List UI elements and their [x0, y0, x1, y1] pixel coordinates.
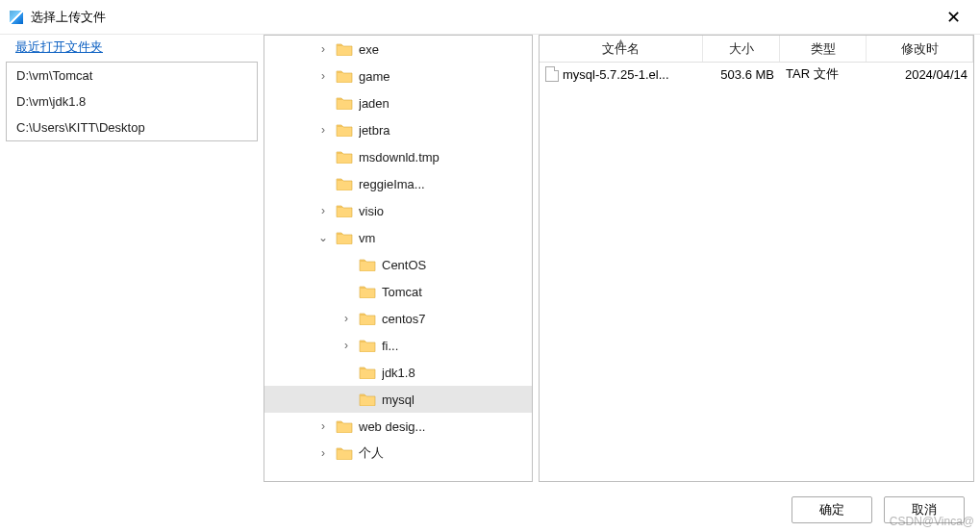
file-icon [545, 66, 559, 82]
tree-item-label: visio [359, 204, 384, 218]
dialog-footer: 确定 取消 [0, 488, 980, 532]
tree-item[interactable]: CentOS [264, 251, 532, 278]
recent-item[interactable]: D:\vm\Tomcat [7, 63, 257, 89]
chevron-right-icon[interactable]: › [339, 339, 353, 352]
tree-item-label: web desig... [359, 419, 425, 434]
folder-tree-scroll[interactable]: ›exe›gamejaden›jetbramsdownld.tmpreggieI… [264, 36, 532, 481]
file-date: 2024/04/14 [867, 67, 973, 82]
folder-icon [359, 366, 376, 379]
tree-item[interactable]: Tomcat [264, 278, 532, 305]
folder-icon [336, 231, 353, 244]
tree-item-label: vm [359, 231, 375, 245]
column-header-type[interactable]: 类型 [780, 36, 867, 62]
file-row[interactable]: mysql-5.7.25-1.el... 503.6 MB TAR 文件 202… [540, 63, 973, 86]
folder-icon [336, 204, 353, 217]
tree-item[interactable]: reggieIma... [264, 170, 532, 197]
folder-tree-panel: ›exe›gamejaden›jetbramsdownld.tmpreggieI… [264, 35, 533, 482]
tree-item[interactable]: ›centos7 [264, 305, 532, 332]
chevron-down-icon[interactable]: ⌄ [316, 231, 330, 244]
ok-button[interactable]: 确定 [792, 496, 872, 523]
chevron-right-icon[interactable]: › [316, 446, 330, 460]
recent-folders-link[interactable]: 最近打开文件夹 [6, 35, 258, 62]
tree-item-label: exe [359, 42, 379, 57]
file-size: 503.6 MB [703, 67, 780, 82]
tree-item[interactable]: msdownld.tmp [264, 143, 532, 170]
folder-icon [336, 96, 353, 110]
tree-item-label: jdk1.8 [382, 366, 415, 380]
tree-item[interactable]: ›game [264, 63, 532, 89]
app-icon [10, 11, 23, 24]
folder-icon [336, 177, 353, 190]
tree-item[interactable]: ›web desig... [264, 413, 532, 440]
tree-item[interactable]: ›个人 [264, 440, 532, 467]
chevron-right-icon[interactable]: › [316, 419, 330, 433]
tree-item-label: jaden [359, 96, 389, 111]
chevron-right-icon[interactable]: › [316, 204, 330, 217]
folder-icon [359, 258, 376, 271]
file-type: TAR 文件 [780, 65, 867, 83]
column-header-name[interactable]: ▲ 文件名 [540, 36, 703, 62]
tree-item[interactable]: ›visio [264, 197, 532, 224]
cancel-button[interactable]: 取消 [884, 496, 965, 523]
recent-item[interactable]: D:\vm\jdk1.8 [7, 89, 257, 114]
column-header-date[interactable]: 修改时 [867, 36, 973, 62]
tree-item-label: 个人 [359, 444, 384, 462]
folder-icon [359, 285, 376, 298]
folder-icon [359, 393, 376, 406]
tree-item[interactable]: mysql [264, 386, 532, 413]
tree-item[interactable]: ›exe [264, 36, 532, 63]
folder-icon [336, 419, 353, 433]
folder-icon [336, 123, 353, 137]
file-list-panel: ▲ 文件名 大小 类型 修改时 mysql-5.7.25-1.el... 503… [539, 35, 974, 482]
tree-item[interactable]: jdk1.8 [264, 359, 532, 386]
sort-asc-icon: ▲ [616, 37, 625, 46]
tree-item-label: game [359, 69, 390, 84]
folder-icon [359, 339, 376, 352]
file-name: mysql-5.7.25-1.el... [563, 67, 669, 82]
tree-item-label: Tomcat [382, 285, 422, 299]
tree-item[interactable]: ⌄vm [264, 224, 532, 251]
file-rows: mysql-5.7.25-1.el... 503.6 MB TAR 文件 202… [540, 63, 973, 481]
chevron-right-icon[interactable]: › [339, 312, 353, 325]
recent-item[interactable]: C:\Users\KITT\Desktop [7, 114, 257, 140]
tree-item[interactable]: ›jetbra [264, 116, 532, 143]
tree-item[interactable]: jaden [264, 89, 532, 116]
tree-item-label: centos7 [382, 312, 426, 326]
window-title: 选择上传文件 [31, 9, 106, 26]
title-bar: 选择上传文件 ✕ [0, 0, 980, 35]
tree-item-label: CentOS [382, 258, 426, 272]
close-button[interactable]: ✕ [939, 5, 968, 30]
tree-item-label: reggieIma... [359, 177, 425, 191]
column-headers: ▲ 文件名 大小 类型 修改时 [540, 36, 973, 63]
chevron-right-icon[interactable]: › [316, 42, 330, 56]
tree-item-label: jetbra [359, 123, 390, 138]
folder-icon [336, 69, 353, 83]
folder-icon [336, 150, 353, 164]
tree-item-label: msdownld.tmp [359, 150, 440, 165]
chevron-right-icon[interactable]: › [316, 123, 330, 137]
recent-folders-list: D:\vm\Tomcat D:\vm\jdk1.8 C:\Users\KITT\… [6, 62, 258, 141]
tree-item-label: fi... [382, 339, 398, 353]
chevron-right-icon[interactable]: › [316, 69, 330, 83]
folder-icon [336, 446, 353, 460]
folder-icon [336, 42, 353, 56]
recent-panel: 最近打开文件夹 D:\vm\Tomcat D:\vm\jdk1.8 C:\Use… [6, 35, 258, 482]
folder-icon [359, 312, 376, 325]
column-header-size[interactable]: 大小 [703, 36, 780, 62]
tree-item[interactable]: ›fi... [264, 332, 532, 359]
tree-item-label: mysql [382, 393, 415, 407]
